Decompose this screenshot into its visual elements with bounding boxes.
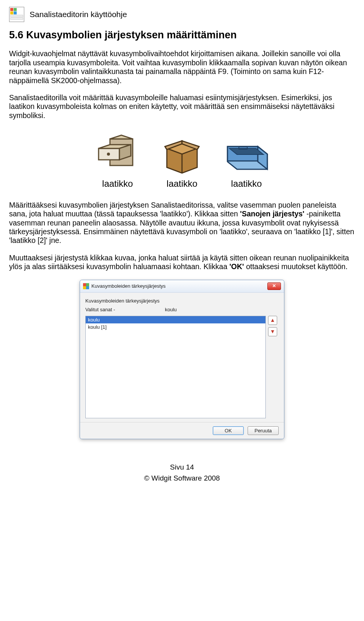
- priority-dialog: Kuvasymboleiden tärkeysjärjestys ✕ Kuvas…: [80, 280, 284, 440]
- ok-button[interactable]: OK: [213, 426, 244, 435]
- move-up-button[interactable]: ▲: [268, 316, 277, 325]
- paragraph-1: Widgit-kuvaohjelmat näyttävät kuvasymbol…: [9, 49, 355, 85]
- close-button[interactable]: ✕: [267, 282, 281, 290]
- app-logo-icon: [83, 283, 89, 289]
- selected-words-label: Valitut sanat -: [85, 307, 161, 313]
- paragraph-4: Muuttaaksesi järjestystä klikkaa kuvaa, …: [9, 254, 355, 271]
- priority-listbox[interactable]: koulu koulu [1]: [85, 316, 266, 418]
- bold-text: 'OK': [229, 262, 244, 271]
- cancel-button[interactable]: Peruuta: [248, 426, 279, 435]
- dialog-screenshot: Kuvasymboleiden tärkeysjärjestys ✕ Kuvas…: [9, 280, 355, 440]
- dialog-titlebar: Kuvasymboleiden tärkeysjärjestys ✕: [80, 280, 284, 293]
- paragraph-2: Sanalistaeditorilla voit määrittää kuvas…: [9, 93, 355, 120]
- dialog-body: Kuvasymboleiden tärkeysjärjestys Valitut…: [80, 293, 284, 422]
- bold-text: 'Sanojen järjestys': [240, 210, 304, 218]
- symbol-crate-open: laatikko: [220, 131, 273, 189]
- page-number: Sivu 14: [9, 462, 355, 473]
- dialog-footer: OK Peruuta: [80, 422, 284, 439]
- dialog-caption: Kuvasymboleiden tärkeysjärjestys: [85, 298, 279, 304]
- selected-words-row: Valitut sanat - koulu: [85, 307, 279, 313]
- svg-point-5: [107, 153, 110, 156]
- move-down-button[interactable]: ▼: [268, 327, 277, 336]
- symbol-box-closed: laatikko: [155, 131, 209, 189]
- page-header: Sanalistaeditorin käyttöohje: [9, 7, 355, 22]
- close-icon: ✕: [272, 283, 276, 288]
- section-heading: 5.6 Kuvasymbolien järjestyksen määrittäm…: [9, 29, 355, 41]
- symbol-drawer: laatikko: [91, 131, 144, 189]
- header-title: Sanalistaeditorin käyttöohje: [30, 9, 127, 19]
- symbol-label: laatikko: [231, 178, 262, 189]
- svg-marker-1: [110, 135, 133, 139]
- list-item[interactable]: koulu [1]: [86, 323, 265, 331]
- page-footer: Sivu 14 © Widgit Software 2008: [9, 462, 355, 484]
- paragraph-3: Määrittääksesi kuvasymbolien järjestykse…: [9, 201, 355, 245]
- crate-open-icon: [222, 131, 271, 177]
- arrow-down-icon: ▼: [270, 328, 275, 335]
- selected-words-value: koulu: [165, 307, 177, 313]
- symbol-label: laatikko: [166, 178, 197, 189]
- drawer-icon: [93, 131, 142, 177]
- app-logo-icon: [9, 7, 24, 22]
- dialog-title-text: Kuvasymboleiden tärkeysjärjestys: [91, 283, 166, 289]
- box-closed-icon: [157, 131, 207, 177]
- paragraph-text: ottaaksesi muutokset käyttöön.: [246, 262, 348, 271]
- symbol-examples-row: laatikko laatikko laatikko: [9, 131, 355, 189]
- symbol-label: laatikko: [102, 178, 133, 189]
- copyright: © Widgit Software 2008: [9, 473, 355, 484]
- arrow-up-icon: ▲: [270, 317, 275, 323]
- list-item[interactable]: koulu: [86, 316, 265, 324]
